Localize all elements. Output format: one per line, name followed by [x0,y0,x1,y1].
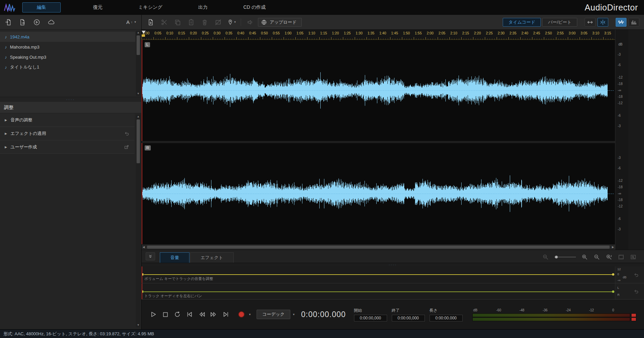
ruler-major-tick [556,37,556,39]
record-dropdown-icon[interactable]: ▼ [248,313,251,316]
waveform-view-button[interactable] [616,18,626,27]
volume-automation-area[interactable]: ボリューム キーでトラックの音量を調整 [142,266,615,283]
editor-tab-volume[interactable]: 音量 [160,252,189,263]
collapse-panel-button[interactable] [146,252,155,260]
fit-to-window-icon[interactable] [618,254,624,260]
clip-indicator[interactable] [632,318,636,321]
zoom-slider-knob[interactable] [555,256,558,258]
copy-button[interactable] [172,17,183,27]
fast-forward-button[interactable] [208,309,219,320]
spectrum-view-button[interactable] [628,18,639,27]
tab-create-cd[interactable]: CD の作成 [240,3,269,12]
tab-restore[interactable]: 復元 [90,3,106,12]
toggle-timecode[interactable]: タイムコード [503,18,541,27]
reset-effects-icon[interactable] [124,131,130,137]
volume-reset-button[interactable] [628,266,644,283]
delete-button[interactable] [199,17,210,27]
save-to-file-button[interactable] [145,17,156,27]
zoom-selection-icon[interactable] [630,254,637,260]
zoom-in-horizontal-icon[interactable] [581,254,588,260]
expander-icon[interactable]: ▶ [5,118,7,122]
zoom-slider[interactable] [554,257,576,257]
go-to-end-button[interactable] [221,309,231,320]
cloud-button[interactable] [47,19,55,26]
tree-item-user-created[interactable]: ▶ユーザー作成 [0,140,135,154]
field-value[interactable]: 0:00:00.000 [430,315,463,321]
toggle-bar-beat[interactable]: バー/ビート [542,18,577,27]
playhead-line[interactable] [142,283,142,299]
zoom-out-time-icon[interactable] [542,254,549,260]
zoom-out-horizontal-icon[interactable] [593,254,600,260]
library-file-item[interactable]: ♪タイトルなし1 [0,62,135,72]
tree-item-adjust-audio[interactable]: ▶音声の調整 [0,113,135,127]
scroll-track[interactable] [136,35,141,92]
ruler-minor-tick [175,38,175,39]
clip-indicator[interactable] [632,314,636,317]
tracks-resize-handle[interactable]: ···· [142,263,644,266]
playhead-handle[interactable] [142,34,145,37]
scroll-down-icon[interactable]: ▼ [137,323,140,327]
editor-tab-effect[interactable]: エフェクト [190,252,234,263]
scroll-right-icon[interactable]: ▶ [612,246,614,249]
tab-produce[interactable]: 出力 [195,3,211,12]
adjust-scrollbar[interactable]: ▲ ▼ [136,115,141,327]
scroll-thumb[interactable] [147,246,610,249]
paste-button[interactable] [185,17,197,27]
tab-edit[interactable]: 編集 [22,2,61,12]
audio-sync-button[interactable] [244,17,256,27]
codec-dropdown-icon[interactable]: ▼ [292,313,295,316]
tab-mixing[interactable]: ミキシング [135,3,166,12]
stretch-tool-button[interactable] [585,18,595,27]
library-file-item[interactable]: ♪Speaking Out.mp3 [0,52,135,62]
panel-resize-handle[interactable]: ···· [0,97,141,102]
library-scrollbar[interactable]: ▲ ▼ [136,31,141,96]
pan-automation-area[interactable]: トラック オーディオを左右にパン [142,283,615,299]
playhead-line[interactable] [142,266,142,283]
upload-button[interactable]: アップロード [258,18,302,27]
volume-keyframe[interactable] [612,273,614,276]
import-file-button[interactable] [5,19,12,26]
trim-button[interactable] [212,17,224,27]
cut-button[interactable] [158,17,170,27]
pan-keyframe[interactable] [612,290,614,293]
pan-reset-button[interactable] [628,283,644,299]
tree-item-apply-effects[interactable]: ▶エフェクトの適用 [0,127,135,140]
snap-tool-button[interactable] [597,18,608,27]
export-file-button[interactable] [19,19,26,26]
horizontal-scrollbar[interactable]: ◀ ▶ [142,244,615,250]
ruler-minor-tick [376,38,376,39]
codec-button[interactable]: コーデック [257,310,290,319]
scroll-up-icon[interactable]: ▲ [137,115,140,119]
record-button[interactable] [236,309,247,320]
scroll-thumb[interactable] [137,35,140,55]
playhead-marker[interactable] [142,31,146,37]
playhead-line[interactable] [142,40,142,141]
scroll-down-icon[interactable]: ▼ [137,92,140,96]
volume-line[interactable] [142,274,614,275]
scroll-thumb[interactable] [137,119,140,163]
scroll-track[interactable] [136,119,141,323]
field-value[interactable]: 0:00:00,000 [392,315,425,321]
marker-dropdown-button[interactable]: ▼ [226,17,237,27]
font-size-button[interactable]: A↑▼ [126,19,137,25]
stop-button[interactable] [160,309,171,320]
timeline-ruler[interactable]: 0:000:050:100:150:200:250:300:350:400:45… [142,30,615,40]
rewind-button[interactable] [196,309,207,320]
user-preset-icon[interactable] [124,144,130,150]
scroll-left-icon[interactable]: ◀ [143,246,145,249]
play-button[interactable] [148,309,158,320]
field-value[interactable]: 0:00:00,000 [354,315,387,321]
expander-icon[interactable]: ▶ [5,132,7,135]
pan-line[interactable] [142,291,614,292]
playhead-line[interactable] [142,143,142,244]
library-file-item[interactable]: ♪1942.m4a [0,32,135,42]
scroll-up-icon[interactable]: ▲ [137,31,140,35]
library-file-item[interactable]: ♪Mahoroba.mp3 [0,42,135,52]
loop-button[interactable] [172,309,183,320]
capture-audio-button[interactable] [33,19,40,26]
go-to-start-button[interactable] [184,309,195,320]
zoom-vertical-icon[interactable] [606,254,612,260]
ruler-minor-tick [494,38,495,39]
ruler-minor-tick [374,38,374,39]
expander-icon[interactable]: ▶ [5,145,7,149]
